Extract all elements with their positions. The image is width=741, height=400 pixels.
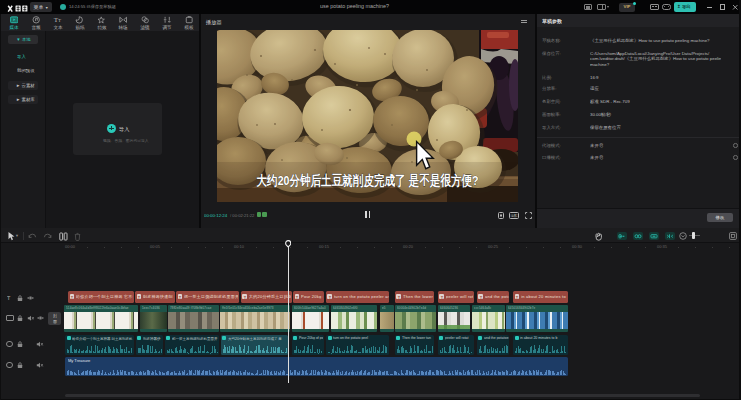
- svg-text:T: T: [58, 18, 61, 23]
- svg-text:大约20分钟后土豆就削皮完成了 是不是很方便?: 大约20分钟后土豆就削皮完成了 是不是很方便?: [257, 173, 479, 188]
